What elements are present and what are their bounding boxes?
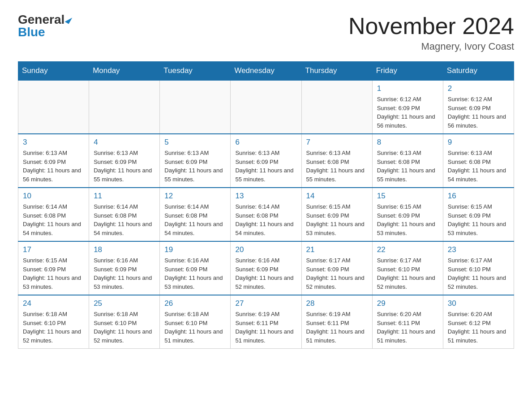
logo-general-text: General — [18, 13, 64, 26]
day-number: 21 — [306, 245, 368, 254]
weekday-header-sunday: Sunday — [18, 62, 89, 81]
day-number: 30 — [448, 299, 509, 308]
day-number: 9 — [448, 138, 509, 147]
day-number: 3 — [23, 138, 84, 147]
calendar-cell — [301, 80, 372, 134]
day-number: 23 — [448, 245, 509, 254]
calendar-cell — [160, 80, 231, 134]
logo-blue-text: Blue — [18, 26, 45, 39]
day-info: Sunrise: 6:13 AMSunset: 6:09 PMDaylight:… — [94, 149, 155, 184]
day-number: 24 — [23, 299, 84, 308]
calendar-cell: 25Sunrise: 6:18 AMSunset: 6:10 PMDayligh… — [89, 295, 160, 349]
calendar-cell: 17Sunrise: 6:15 AMSunset: 6:09 PMDayligh… — [18, 241, 89, 295]
day-info: Sunrise: 6:15 AMSunset: 6:09 PMDaylight:… — [448, 202, 509, 237]
day-info: Sunrise: 6:18 AMSunset: 6:10 PMDaylight:… — [94, 310, 155, 345]
calendar-cell: 14Sunrise: 6:15 AMSunset: 6:09 PMDayligh… — [301, 188, 372, 241]
location: Magnery, Ivory Coast — [348, 41, 514, 52]
day-info: Sunrise: 6:16 AMSunset: 6:09 PMDaylight:… — [235, 256, 296, 291]
day-info: Sunrise: 6:18 AMSunset: 6:10 PMDaylight:… — [23, 310, 84, 345]
calendar-cell: 23Sunrise: 6:17 AMSunset: 6:10 PMDayligh… — [443, 241, 514, 295]
day-info: Sunrise: 6:13 AMSunset: 6:09 PMDaylight:… — [235, 149, 296, 184]
day-info: Sunrise: 6:15 AMSunset: 6:09 PMDaylight:… — [23, 256, 84, 291]
day-info: Sunrise: 6:19 AMSunset: 6:11 PMDaylight:… — [235, 310, 296, 345]
week-row-5: 24Sunrise: 6:18 AMSunset: 6:10 PMDayligh… — [18, 295, 514, 349]
logo-triangle-icon — [65, 16, 73, 24]
day-number: 16 — [448, 192, 509, 201]
calendar-cell: 28Sunrise: 6:19 AMSunset: 6:11 PMDayligh… — [301, 295, 372, 349]
header: General Blue November 2024 Magnery, Ivor… — [18, 13, 514, 52]
day-number: 7 — [306, 138, 368, 147]
day-number: 27 — [235, 299, 296, 308]
calendar-cell: 15Sunrise: 6:15 AMSunset: 6:09 PMDayligh… — [372, 188, 443, 241]
weekday-header-monday: Monday — [89, 62, 160, 81]
calendar-cell: 4Sunrise: 6:13 AMSunset: 6:09 PMDaylight… — [89, 134, 160, 188]
day-number: 4 — [94, 138, 155, 147]
month-title: November 2024 — [348, 13, 514, 39]
day-info: Sunrise: 6:14 AMSunset: 6:08 PMDaylight:… — [235, 202, 296, 237]
day-info: Sunrise: 6:16 AMSunset: 6:09 PMDaylight:… — [94, 256, 155, 291]
day-info: Sunrise: 6:20 AMSunset: 6:11 PMDaylight:… — [377, 310, 438, 345]
calendar-cell: 11Sunrise: 6:14 AMSunset: 6:08 PMDayligh… — [89, 188, 160, 241]
calendar-cell: 3Sunrise: 6:13 AMSunset: 6:09 PMDaylight… — [18, 134, 89, 188]
day-number: 12 — [164, 192, 226, 201]
calendar-cell: 13Sunrise: 6:14 AMSunset: 6:08 PMDayligh… — [231, 188, 301, 241]
day-info: Sunrise: 6:12 AMSunset: 6:09 PMDaylight:… — [448, 95, 509, 130]
calendar-cell: 8Sunrise: 6:13 AMSunset: 6:08 PMDaylight… — [372, 134, 443, 188]
calendar: SundayMondayTuesdayWednesdayThursdayFrid… — [18, 61, 514, 349]
calendar-cell — [231, 80, 301, 134]
day-number: 22 — [377, 245, 438, 254]
day-info: Sunrise: 6:19 AMSunset: 6:11 PMDaylight:… — [306, 310, 368, 345]
day-number: 18 — [94, 245, 155, 254]
calendar-cell: 21Sunrise: 6:17 AMSunset: 6:09 PMDayligh… — [301, 241, 372, 295]
day-number: 13 — [235, 192, 296, 201]
calendar-cell: 1Sunrise: 6:12 AMSunset: 6:09 PMDaylight… — [372, 80, 443, 134]
week-row-4: 17Sunrise: 6:15 AMSunset: 6:09 PMDayligh… — [18, 241, 514, 295]
day-number: 8 — [377, 138, 438, 147]
day-number: 11 — [94, 192, 155, 201]
week-row-2: 3Sunrise: 6:13 AMSunset: 6:09 PMDaylight… — [18, 134, 514, 188]
day-info: Sunrise: 6:17 AMSunset: 6:10 PMDaylight:… — [377, 256, 438, 291]
calendar-cell: 27Sunrise: 6:19 AMSunset: 6:11 PMDayligh… — [231, 295, 301, 349]
day-number: 14 — [306, 192, 368, 201]
week-row-1: 1Sunrise: 6:12 AMSunset: 6:09 PMDaylight… — [18, 80, 514, 134]
logo: General Blue — [18, 13, 71, 39]
day-info: Sunrise: 6:13 AMSunset: 6:08 PMDaylight:… — [306, 149, 368, 184]
day-info: Sunrise: 6:13 AMSunset: 6:09 PMDaylight:… — [23, 149, 84, 184]
day-number: 5 — [164, 138, 226, 147]
calendar-cell: 5Sunrise: 6:13 AMSunset: 6:09 PMDaylight… — [160, 134, 231, 188]
day-number: 10 — [23, 192, 84, 201]
calendar-cell: 22Sunrise: 6:17 AMSunset: 6:10 PMDayligh… — [372, 241, 443, 295]
day-number: 29 — [377, 299, 438, 308]
day-number: 20 — [235, 245, 296, 254]
calendar-cell: 12Sunrise: 6:14 AMSunset: 6:08 PMDayligh… — [160, 188, 231, 241]
day-info: Sunrise: 6:14 AMSunset: 6:08 PMDaylight:… — [94, 202, 155, 237]
calendar-cell: 10Sunrise: 6:14 AMSunset: 6:08 PMDayligh… — [18, 188, 89, 241]
day-info: Sunrise: 6:13 AMSunset: 6:08 PMDaylight:… — [377, 149, 438, 184]
day-info: Sunrise: 6:13 AMSunset: 6:08 PMDaylight:… — [448, 149, 509, 184]
week-row-3: 10Sunrise: 6:14 AMSunset: 6:08 PMDayligh… — [18, 188, 514, 241]
day-number: 2 — [448, 84, 509, 93]
day-info: Sunrise: 6:20 AMSunset: 6:12 PMDaylight:… — [448, 310, 509, 345]
weekday-header-row: SundayMondayTuesdayWednesdayThursdayFrid… — [18, 62, 514, 81]
day-info: Sunrise: 6:12 AMSunset: 6:09 PMDaylight:… — [377, 95, 438, 130]
day-info: Sunrise: 6:15 AMSunset: 6:09 PMDaylight:… — [377, 202, 438, 237]
calendar-cell: 6Sunrise: 6:13 AMSunset: 6:09 PMDaylight… — [231, 134, 301, 188]
day-number: 1 — [377, 84, 438, 93]
day-number: 19 — [164, 245, 226, 254]
day-info: Sunrise: 6:14 AMSunset: 6:08 PMDaylight:… — [164, 202, 226, 237]
title-area: November 2024 Magnery, Ivory Coast — [348, 13, 514, 52]
calendar-cell: 24Sunrise: 6:18 AMSunset: 6:10 PMDayligh… — [18, 295, 89, 349]
weekday-header-friday: Friday — [372, 62, 443, 81]
calendar-cell — [89, 80, 160, 134]
day-number: 26 — [164, 299, 226, 308]
day-info: Sunrise: 6:17 AMSunset: 6:10 PMDaylight:… — [448, 256, 509, 291]
calendar-cell: 26Sunrise: 6:18 AMSunset: 6:10 PMDayligh… — [160, 295, 231, 349]
calendar-cell: 7Sunrise: 6:13 AMSunset: 6:08 PMDaylight… — [301, 134, 372, 188]
calendar-cell: 19Sunrise: 6:16 AMSunset: 6:09 PMDayligh… — [160, 241, 231, 295]
calendar-cell — [18, 80, 89, 134]
day-info: Sunrise: 6:16 AMSunset: 6:09 PMDaylight:… — [164, 256, 226, 291]
day-number: 28 — [306, 299, 368, 308]
day-info: Sunrise: 6:15 AMSunset: 6:09 PMDaylight:… — [306, 202, 368, 237]
day-number: 25 — [94, 299, 155, 308]
calendar-cell: 30Sunrise: 6:20 AMSunset: 6:12 PMDayligh… — [443, 295, 514, 349]
